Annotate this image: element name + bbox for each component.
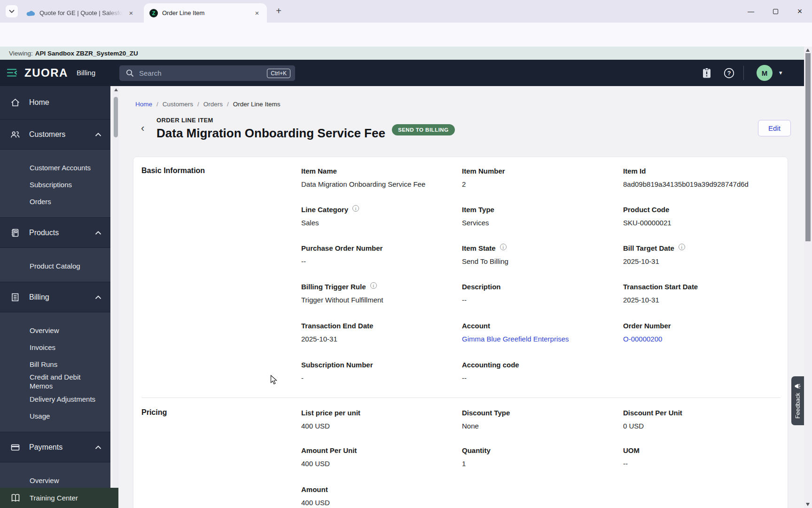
- sidebar-scrollbar[interactable]: [113, 86, 119, 488]
- banner-prefix: Viewing:: [9, 50, 33, 57]
- sidebar-item-home[interactable]: Home: [0, 86, 110, 119]
- edit-button[interactable]: Edit: [758, 120, 791, 136]
- sidebar-item-training-center[interactable]: Training Center: [0, 488, 118, 508]
- scroll-up-arrow-icon[interactable]: [806, 48, 810, 52]
- scrollbar-thumb[interactable]: [805, 53, 811, 241]
- sidebar-item-customer-accounts[interactable]: Customer Accounts: [0, 159, 110, 176]
- info-icon[interactable]: i: [370, 282, 377, 289]
- user-menu-caret-icon[interactable]: ▾: [779, 69, 782, 76]
- environment-name: API Sandbox ZBZR_System20_ZU: [35, 50, 138, 57]
- field-item-type: Item TypeServices: [462, 205, 603, 228]
- sidebar-item-overview[interactable]: Overview: [0, 472, 110, 489]
- field-transaction-end-date: Transaction End Date2025-10-31: [301, 321, 442, 344]
- field-product-code: Product CodeSKU-00000021: [623, 205, 764, 228]
- field-value: -: [301, 373, 442, 383]
- field-value: --: [301, 257, 442, 266]
- breadcrumb-customers[interactable]: Customers: [163, 101, 193, 108]
- training-center-label: Training Center: [30, 494, 78, 502]
- sidebar-item-usage[interactable]: Usage: [0, 407, 110, 424]
- info-icon[interactable]: i: [679, 244, 685, 250]
- back-chevron-icon[interactable]: ‹: [141, 122, 144, 135]
- field-value: 400 USD: [301, 421, 442, 431]
- field-value: None: [462, 421, 603, 431]
- scroll-up-arrow-icon[interactable]: [114, 88, 118, 91]
- tab-search-button[interactable]: [6, 5, 18, 17]
- field-value[interactable]: O-00000200: [623, 334, 764, 344]
- scrollbar-thumb[interactable]: [114, 97, 118, 137]
- sidebar-item-delivery-adjustments[interactable]: Delivery Adjustments: [0, 390, 110, 407]
- close-tab-icon[interactable]: ×: [127, 9, 135, 17]
- field-value[interactable]: Gimma Blue Greefield Enterprises: [462, 334, 603, 344]
- release-notes-icon[interactable]: [702, 68, 711, 79]
- close-tab-icon[interactable]: ×: [253, 9, 261, 17]
- maximize-button[interactable]: [763, 0, 788, 23]
- sidebar-item-products[interactable]: Products: [0, 217, 110, 247]
- window-controls: — ×: [739, 0, 812, 23]
- help-icon[interactable]: ?: [724, 68, 734, 79]
- browser-tab-salesforce[interactable]: Quote for GE | Quote | Salesfor ×: [21, 3, 141, 23]
- section-heading-basic-information: Basic Information: [141, 167, 205, 175]
- feedback-tab[interactable]: Feedback: [791, 376, 804, 425]
- field-account: AccountGimma Blue Greefield Enterprises: [462, 321, 603, 344]
- sidebar-item-payments[interactable]: Payments: [0, 432, 110, 462]
- field-value: 1: [462, 459, 603, 468]
- field-value: --: [623, 459, 764, 468]
- info-icon[interactable]: i: [500, 244, 507, 250]
- screen: Quote for GE | Quote | Salesfor × Z Orde…: [0, 0, 812, 508]
- status-badge: SEND TO BILLING: [392, 124, 455, 135]
- field-value: Sales: [301, 218, 442, 228]
- field-item-state: Item StateiSend To Billing: [462, 244, 603, 266]
- page-scrollbar[interactable]: [804, 47, 812, 508]
- environment-banner: Viewing: API Sandbox ZBZR_System20_ZU: [0, 47, 812, 60]
- field-value: --: [462, 295, 603, 305]
- detail-card: Basic Information Pricing Item NameData …: [133, 157, 788, 508]
- field-subscription-number: Subscription Number-: [301, 360, 442, 383]
- sidebar-item-bill-runs[interactable]: Bill Runs: [0, 356, 110, 373]
- breadcrumb: Home/Customers/Orders/Order Line Items: [135, 101, 280, 108]
- chevron-up-icon: [94, 445, 102, 450]
- tab-title: Quote for GE | Quote | Salesfor: [39, 9, 123, 16]
- field-line-category: Line CategoryiSales: [301, 205, 442, 228]
- sidebar-submenu-customers: Customer AccountsSubscriptionsOrders: [0, 149, 110, 217]
- section-divider: [141, 397, 781, 398]
- field-quantity: Quantity1: [462, 446, 603, 468]
- sidebar-item-product-catalog[interactable]: Product Catalog: [0, 257, 110, 274]
- field-list-price-per-unit: List price per unit400 USD: [301, 408, 442, 431]
- training-book-icon: [10, 493, 21, 502]
- breadcrumb-separator: /: [227, 101, 229, 108]
- page-title: Data Migration Onboarding Service Fee: [156, 126, 385, 141]
- field-billing-trigger-rule: Billing Trigger RuleiTrigger Without Ful…: [301, 282, 442, 305]
- sidebar-submenu-billing: OverviewInvoicesBill RunsCredit and Debi…: [0, 312, 110, 432]
- field-discount-type: Discount TypeNone: [462, 408, 603, 431]
- scroll-down-arrow-icon[interactable]: [806, 503, 810, 506]
- sidebar-item-invoices[interactable]: Invoices: [0, 339, 110, 356]
- sidebar-collapse-icon[interactable]: [7, 68, 18, 78]
- sidebar-item-billing[interactable]: Billing: [0, 282, 110, 312]
- zuora-favicon: Z: [149, 9, 158, 17]
- sidebar-nav: HomeCustomersCustomer AccountsSubscripti…: [0, 86, 110, 508]
- field-value: Services: [462, 218, 603, 228]
- browser-tab-order-line-item[interactable]: Z Order Line Item ×: [144, 3, 267, 23]
- close-window-button[interactable]: ×: [788, 0, 812, 23]
- field-value: --: [462, 373, 603, 383]
- mouse-cursor: [270, 375, 278, 385]
- field-amount-per-unit: Amount Per Unit400 USD: [301, 446, 442, 468]
- breadcrumb-orders[interactable]: Orders: [203, 101, 223, 108]
- sidebar-item-credit-and-debit-memos[interactable]: Credit and Debit Memos: [0, 373, 110, 390]
- new-tab-button[interactable]: +: [273, 5, 285, 17]
- page-eyebrow: ORDER LINE ITEM: [156, 117, 213, 124]
- field-value: Data Migration Onboarding Service Fee: [301, 180, 442, 189]
- megaphone-icon: [794, 383, 801, 389]
- user-avatar[interactable]: M: [757, 65, 773, 81]
- feedback-label: Feedback: [795, 393, 801, 419]
- breadcrumb-home[interactable]: Home: [135, 101, 152, 108]
- sidebar-item-overview[interactable]: Overview: [0, 322, 110, 339]
- breadcrumb-separator: /: [197, 101, 199, 108]
- sidebar-item-subscriptions[interactable]: Subscriptions: [0, 176, 110, 193]
- info-icon[interactable]: i: [352, 205, 359, 212]
- minimize-button[interactable]: —: [739, 0, 763, 23]
- sidebar-item-orders[interactable]: Orders: [0, 193, 110, 210]
- sidebar-item-customers[interactable]: Customers: [0, 119, 110, 149]
- field-value: 400 USD: [301, 498, 442, 508]
- global-search-input[interactable]: Search Ctrl+K: [119, 65, 295, 81]
